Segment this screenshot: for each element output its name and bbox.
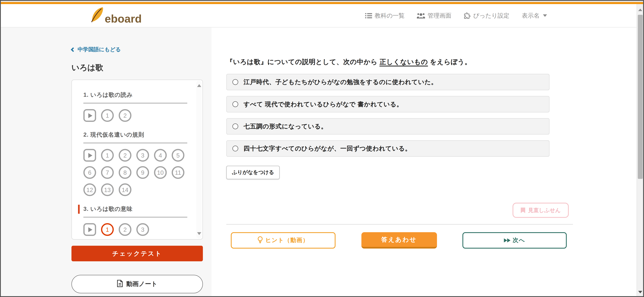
answer-option-label: すべて 現代で使われているひらがなで 書かれている。 — [244, 100, 403, 108]
exercise-circle[interactable]: 6 — [84, 166, 96, 179]
chevron-left-icon — [71, 47, 75, 52]
document-icon — [117, 280, 122, 289]
back-link-label: 中学国語にもどる — [78, 46, 121, 53]
users-icon — [417, 12, 425, 19]
nav-pittari-settings[interactable]: ぴったり設定 — [464, 12, 510, 19]
next-button[interactable]: 次へ — [462, 232, 567, 249]
radio-button[interactable] — [232, 101, 238, 107]
video-note-label: 動画ノート — [126, 280, 158, 288]
nav-admin-label: 管理画面 — [428, 12, 451, 19]
exercise-circle[interactable]: 1 — [101, 149, 114, 162]
puzzle-icon — [464, 12, 471, 19]
content-divider — [226, 224, 573, 225]
play-video-button[interactable] — [84, 149, 96, 162]
fast-forward-icon — [504, 238, 511, 242]
exercise-circle[interactable]: 13 — [101, 183, 114, 196]
exercise-circle[interactable]: 4 — [154, 149, 167, 162]
next-label: 次へ — [512, 237, 525, 244]
exercise-circle[interactable]: 5 — [172, 149, 184, 162]
scrollbar-thumb[interactable] — [638, 15, 643, 179]
nav-subject-list-label: 教科の一覧 — [374, 12, 404, 19]
exercise-circle[interactable]: 2 — [119, 149, 132, 162]
exercise-circle[interactable]: 3 — [136, 149, 149, 162]
scrollbar-up-arrow[interactable] — [637, 6, 643, 13]
sidebar: 中学国語にもどる いろは歌 1. いろは歌の読み122. 現代仮名遣いの規則12… — [1, 27, 212, 296]
radio-button[interactable] — [232, 146, 238, 151]
play-icon — [88, 227, 92, 232]
lesson-section: 3. いろは歌の意味123 — [84, 205, 192, 236]
answer-option[interactable]: すべて 現代で使われているひらがなで 書かれている。 — [226, 96, 550, 112]
section-underline — [84, 217, 187, 218]
answer-option-label: 江戸時代、子どもたちがひらがなの勉強をするのに使われていた。 — [244, 78, 438, 86]
unit-title: いろは歌 — [72, 62, 203, 73]
exercise-circle[interactable]: 2 — [119, 223, 132, 236]
list-icon — [365, 12, 372, 19]
caret-down-icon — [543, 14, 547, 17]
lesson-list: 1. いろは歌の読み122. 現代仮名遣いの規則1234567891011121… — [84, 91, 192, 236]
site-header: eboard 教科の一覧 — [1, 4, 636, 27]
answer-option-label: 四十七文字すべてのひらがなが、一回ずつ使われている。 — [244, 145, 412, 152]
exercise-circle[interactable]: 12 — [84, 183, 96, 196]
section-underline — [84, 103, 187, 104]
logo-wordmark: eboard — [105, 13, 142, 25]
answer-option[interactable]: 七五調の形式になっている。 — [226, 118, 550, 135]
furigana-button[interactable]: ふりがなをつける — [226, 166, 280, 179]
play-icon — [88, 153, 92, 158]
exercise-circle[interactable]: 7 — [101, 166, 114, 179]
review-sticky-button[interactable]: 見直しふせん — [512, 203, 569, 218]
exercise-circle[interactable]: 8 — [119, 166, 132, 179]
nav-user-menu[interactable]: 表示名 — [522, 12, 547, 19]
radio-button[interactable] — [232, 79, 238, 85]
exercise-circle[interactable]: 3 — [136, 223, 149, 236]
exercise-circle[interactable]: 9 — [136, 166, 149, 179]
scroll-up-icon[interactable] — [197, 84, 201, 87]
exercise-circle[interactable]: 1 — [101, 109, 114, 122]
answer-option[interactable]: 江戸時代、子どもたちがひらがなの勉強をするのに使われていた。 — [226, 74, 550, 90]
lesson-list-panel: 1. いろは歌の読み122. 現代仮名遣いの規則1234567891011121… — [72, 80, 203, 240]
lightbulb-icon — [258, 236, 263, 245]
eboard-logo[interactable]: eboard — [90, 6, 142, 25]
hint-video-button[interactable]: ヒント（動画） — [231, 232, 336, 249]
exercise-circle[interactable]: 14 — [119, 183, 132, 196]
lesson-list-scrollbar[interactable] — [196, 81, 202, 238]
play-video-button[interactable] — [84, 109, 96, 122]
action-buttons: ヒント（動画） 答えあわせ 次へ — [231, 232, 567, 249]
window-top-strip — [1, 1, 643, 2]
question-underlined-text: 正しくないもの — [380, 58, 428, 66]
exercise-circle[interactable]: 1 — [101, 223, 114, 236]
exercise-circle[interactable]: 10 — [154, 166, 167, 179]
check-test-button[interactable]: チェックテスト — [72, 246, 203, 261]
nav-user-menu-label: 表示名 — [522, 12, 540, 19]
browser-window: eboard 教科の一覧 — [0, 0, 644, 297]
question-area: 『いろは歌』についての説明として、次の中から 正しくないもの をえらぼう。 江戸… — [212, 27, 636, 296]
exercise-circle[interactable]: 11 — [172, 166, 184, 179]
hint-video-label: ヒント（動画） — [265, 237, 309, 244]
bookmark-icon — [521, 207, 525, 213]
review-sticky-label: 見直しふせん — [528, 207, 561, 214]
radio-button[interactable] — [232, 123, 238, 129]
lesson-section: 1. いろは歌の読み12 — [84, 91, 192, 122]
top-nav: 教科の一覧 — [365, 12, 547, 19]
answer-option[interactable]: 四十七文字すべてのひらがなが、一回ずつ使われている。 — [226, 140, 550, 157]
back-link[interactable]: 中学国語にもどる — [72, 46, 203, 53]
nav-pittari-label: ぴったり設定 — [473, 12, 510, 19]
nav-subject-list[interactable]: 教科の一覧 — [365, 12, 404, 19]
section-underline — [84, 142, 187, 143]
lesson-section-title: 1. いろは歌の読み — [84, 91, 192, 100]
check-answer-button[interactable]: 答えあわせ — [361, 232, 437, 249]
video-note-button[interactable]: 動画ノート — [72, 275, 203, 294]
scroll-down-icon[interactable] — [197, 232, 201, 235]
exercise-circle[interactable]: 2 — [119, 109, 132, 122]
play-video-button[interactable] — [84, 223, 96, 236]
lesson-section-title: 3. いろは歌の意味 — [78, 205, 192, 214]
answer-option-label: 七五調の形式になっている。 — [244, 122, 327, 130]
answer-options: 江戸時代、子どもたちがひらがなの勉強をするのに使われていた。すべて 現代で使われ… — [226, 74, 550, 157]
page-accent-bar — [1, 2, 643, 4]
play-icon — [88, 113, 92, 118]
lesson-section-title: 2. 現代仮名遣いの規則 — [84, 130, 192, 139]
feather-icon — [90, 6, 104, 25]
scrollbar-down-arrow[interactable] — [637, 289, 643, 295]
browser-scrollbar[interactable] — [636, 4, 643, 296]
nav-admin[interactable]: 管理画面 — [417, 12, 452, 19]
question-text: 『いろは歌』についての説明として、次の中から 正しくないもの をえらぼう。 — [226, 58, 636, 66]
